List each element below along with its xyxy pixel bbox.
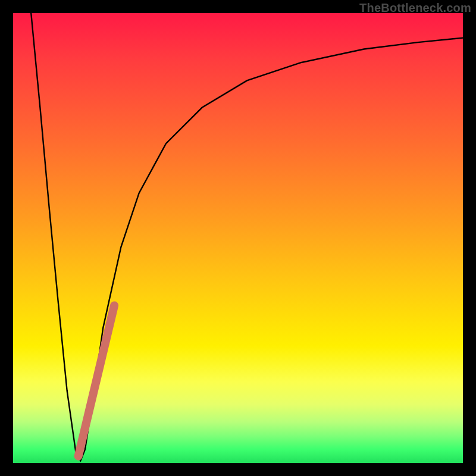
chart-svg [13,13,463,463]
chart-frame: TheBottleneck.com [0,0,476,476]
chart-plot-area [13,13,463,463]
highlight-segment [79,305,115,456]
watermark-text: TheBottleneck.com [359,1,471,15]
